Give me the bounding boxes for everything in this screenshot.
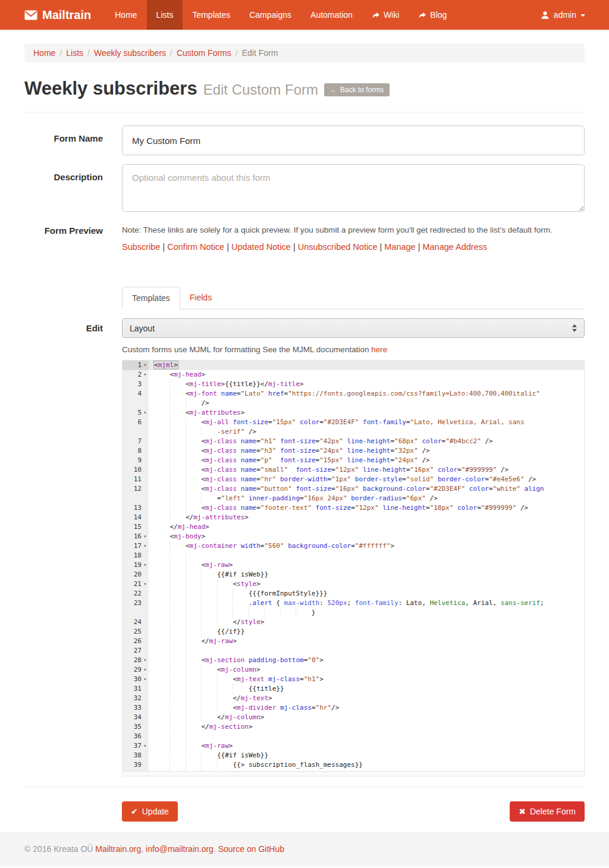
code-line[interactable]: <mj-all font-size="15px" color="#2D3E4F"… — [149, 418, 525, 427]
indent-guide — [169, 503, 185, 513]
indent-guide — [154, 646, 169, 656]
code-line[interactable]: {{title}} — [149, 684, 284, 694]
breadcrumb-home[interactable]: Home — [33, 48, 55, 58]
footer-link-email[interactable]: info@mailtrain.org — [146, 844, 214, 854]
update-button[interactable]: ✔ Update — [122, 801, 178, 822]
breadcrumb-weekly-subscribers[interactable]: Weekly subscribers — [94, 48, 166, 58]
code-line[interactable]: <mj-raw> — [149, 741, 233, 751]
code-line[interactable]: -serif" /> — [149, 427, 256, 437]
code-line[interactable] — [149, 646, 201, 656]
code-line[interactable]: <mj-column> — [149, 665, 260, 675]
tab-fields[interactable]: Fields — [180, 287, 221, 309]
nav-item-blog[interactable]: Blog — [409, 0, 456, 30]
preview-link-confirm-notice[interactable]: Confirm Notice — [167, 242, 224, 252]
code-line[interactable]: <mj-class name="button" font-size="16px"… — [149, 484, 544, 494]
horizontal-scrollbar[interactable] — [123, 771, 584, 776]
indent-guide — [154, 513, 169, 522]
nav-item-campaigns[interactable]: Campaigns — [240, 0, 301, 30]
code-line[interactable]: <mj-class name="p" font-size="15px" line… — [149, 456, 430, 465]
code-line[interactable]: {{> subscription_flash_messages}} — [149, 760, 363, 770]
fold-caret-icon[interactable]: ▾ — [142, 665, 149, 675]
code-line[interactable]: <mjml> — [149, 361, 178, 370]
indent-guide — [154, 437, 169, 446]
breadcrumb-custom-forms[interactable]: Custom Forms — [177, 48, 231, 58]
fold-caret-icon[interactable]: ▾ — [142, 656, 149, 665]
description-textarea[interactable] — [122, 164, 585, 212]
code-line[interactable]: <mj-divider mj-class="hr"/> — [149, 703, 339, 713]
code-line[interactable]: <mj-attributes> — [149, 408, 244, 418]
code-line[interactable]: <mj-raw> — [149, 560, 233, 570]
code-line[interactable]: </mj-text> — [149, 694, 272, 703]
editor-line-6: 6<mj-all font-size="15px" color="#2D3E4F… — [123, 418, 584, 427]
fold-caret-icon[interactable]: ▾ — [142, 370, 149, 380]
code-line[interactable]: {{{formInputStyle}}} — [149, 589, 327, 598]
code-line[interactable]: {{#if isWeb}} — [149, 570, 268, 579]
code-line[interactable]: /> — [149, 399, 209, 408]
code-line[interactable]: .alert { max-width: 520px; font-family: … — [149, 598, 544, 608]
line-number: 21 — [123, 579, 142, 589]
indent-guide — [186, 675, 201, 684]
fold-caret-icon[interactable]: ▾ — [142, 560, 149, 570]
line-number: 16 — [123, 532, 142, 541]
gutter-cell: 2▾ — [123, 370, 149, 380]
preview-link-unsubscribed-notice[interactable]: Unsubscribed Notice — [298, 242, 378, 252]
delete-form-button[interactable]: ✖ Delete Form — [510, 801, 585, 822]
indent-guide — [154, 741, 169, 751]
code-line[interactable]: ="left" inner-padding="16px 24px" border… — [149, 494, 438, 503]
indent-guide — [264, 608, 280, 618]
nav-item-lists[interactable]: Lists — [147, 0, 183, 30]
breadcrumb-lists[interactable]: Lists — [66, 48, 83, 58]
code-line[interactable]: </mj-head> — [149, 522, 209, 532]
fold-caret-icon[interactable]: ▾ — [142, 741, 149, 751]
gutter-cell: 24 — [123, 618, 149, 627]
code-line[interactable]: <mj-class name="hr" border-width="1px" b… — [149, 475, 536, 484]
fold-caret-icon[interactable]: ▾ — [142, 579, 149, 589]
code-line[interactable]: </mj-column> — [149, 713, 264, 722]
code-line[interactable]: <mj-class name="h1" font-size="42px" lin… — [149, 437, 493, 446]
preview-link-manage[interactable]: Manage — [384, 242, 415, 252]
back-to-forms-button[interactable]: ← Back to forms — [324, 83, 390, 96]
code-line[interactable]: <style> — [149, 579, 260, 589]
code-line[interactable]: {{/if}} — [149, 627, 244, 637]
nav-item-wiki[interactable]: Wiki — [362, 0, 409, 30]
fold-caret-icon[interactable]: ▾ — [142, 675, 149, 684]
code-line[interactable]: <mj-class name="small" font-size="12px" … — [149, 465, 508, 475]
code-editor[interactable]: 1▾<mjml>2▾<mj-head>3<mj-title>{{title}}<… — [122, 360, 585, 776]
fold-caret-icon[interactable]: ▾ — [142, 532, 149, 541]
code-line[interactable]: <mj-font name="Lato" href="https://fonts… — [149, 389, 540, 399]
fold-caret-icon[interactable]: ▾ — [142, 408, 149, 418]
code-line[interactable]: <mj-body> — [149, 532, 205, 541]
nav-item-automation[interactable]: Automation — [301, 0, 362, 30]
code-line[interactable] — [149, 732, 201, 741]
code-line[interactable]: <mj-class name="h3" font-size="24px" lin… — [149, 446, 430, 456]
mjml-docs-link[interactable]: here — [371, 345, 387, 354]
footer-link-github[interactable]: Source on GitHub — [218, 844, 284, 854]
app-logo[interactable]: Mailtrain — [0, 0, 97, 30]
nav-item-home[interactable]: Home — [105, 0, 146, 30]
code-line[interactable]: <mj-section padding-bottom="0"> — [149, 656, 324, 665]
user-menu[interactable]: admin — [531, 0, 609, 30]
edit-template-select[interactable]: Layout — [122, 318, 585, 338]
code-line[interactable]: </mj-raw> — [149, 637, 237, 646]
code-line[interactable]: </mj-attributes> — [149, 513, 249, 522]
code-line[interactable]: } — [149, 608, 315, 618]
gutter-cell: 4 — [123, 389, 149, 399]
code-line[interactable]: <mj-container width="560" background-col… — [149, 541, 394, 551]
preview-link-subscribe[interactable]: Subscribe — [122, 242, 160, 252]
code-line[interactable]: </mj-section> — [149, 722, 253, 732]
preview-link-updated-notice[interactable]: Updated Notice — [231, 242, 291, 252]
footer-link-mailtrain[interactable]: Mailtrain.org — [95, 844, 141, 854]
tab-templates[interactable]: Templates — [122, 287, 180, 309]
fold-caret-icon[interactable]: ▾ — [142, 541, 149, 551]
preview-link-manage-address[interactable]: Manage Address — [422, 242, 487, 252]
code-line[interactable]: <mj-class name="footer-text" font-size="… — [149, 503, 528, 513]
code-line[interactable]: </style> — [149, 618, 264, 627]
fold-caret-icon[interactable]: ▾ — [142, 361, 149, 370]
form-name-input[interactable] — [122, 126, 585, 155]
code-line[interactable]: <mj-title>{{title}}</mj-title> — [149, 380, 304, 389]
code-line[interactable]: <mj-head> — [149, 370, 205, 380]
code-line[interactable]: <mj-text mj-class="h1"> — [149, 675, 324, 684]
code-line[interactable]: {{#if isWeb}} — [149, 751, 268, 760]
code-line[interactable] — [149, 551, 201, 560]
nav-item-templates[interactable]: Templates — [183, 0, 240, 30]
